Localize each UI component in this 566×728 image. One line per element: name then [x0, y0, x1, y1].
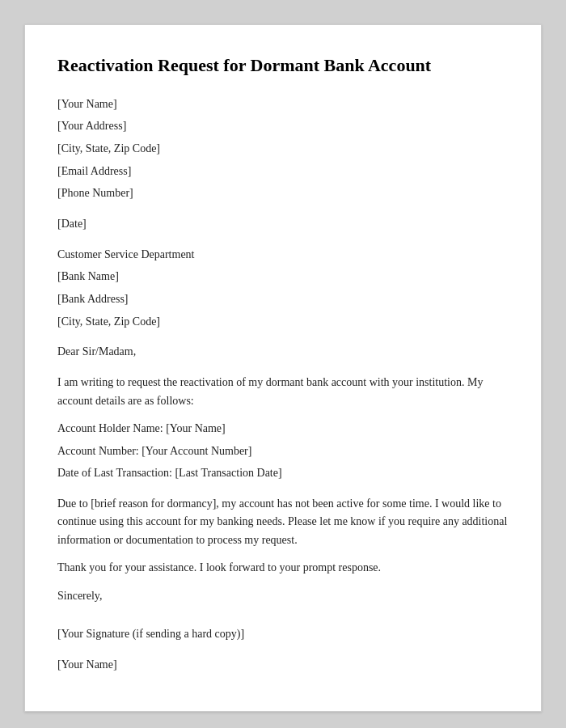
account-number-label: Account Number:: [57, 445, 142, 457]
recipient-department: Customer Service Department: [57, 246, 509, 264]
account-holder-value: [Your Name]: [166, 422, 226, 434]
recipient-bank-address: [Bank Address]: [57, 290, 509, 308]
sender-address: [Your Address]: [57, 117, 509, 135]
account-number-value: [Your Account Number]: [142, 445, 251, 457]
salutation: Dear Sir/Madam,: [57, 343, 509, 361]
letter-date: [Date]: [57, 215, 509, 233]
sender-name: [Your Name]: [57, 95, 509, 113]
body-paragraph: Due to [brief reason for dormancy], my a…: [57, 495, 509, 549]
account-number-line: Account Number: [Your Account Number]: [57, 442, 509, 460]
sender-email: [Email Address]: [57, 163, 509, 180]
recipient-block: Customer Service Department [Bank Name] …: [57, 246, 509, 331]
document-title: Reactivation Request for Dormant Bank Ac…: [57, 54, 509, 78]
closing-paragraph: Thank you for your assistance. I look fo…: [57, 559, 509, 577]
last-transaction-line: Date of Last Transaction: [Last Transact…: [57, 464, 509, 482]
last-transaction-value: [Last Transaction Date]: [175, 467, 281, 479]
last-transaction-label: Date of Last Transaction:: [57, 467, 175, 479]
account-holder-line: Account Holder Name: [Your Name]: [57, 420, 509, 438]
signature-line: [Your Signature (if sending a hard copy)…: [57, 625, 509, 643]
sender-address-block: [Your Name] [Your Address] [City, State,…: [57, 95, 509, 202]
recipient-bank-name: [Bank Name]: [57, 268, 509, 286]
account-holder-label: Account Holder Name:: [57, 422, 166, 434]
sign-off: Sincerely,: [57, 587, 509, 605]
intro-paragraph: I am writing to request the reactivation…: [57, 374, 509, 410]
signer-name: [Your Name]: [57, 656, 509, 674]
recipient-bank-city-state-zip: [City, State, Zip Code]: [57, 313, 509, 331]
document-container: Reactivation Request for Dormant Bank Ac…: [24, 24, 542, 712]
sender-city-state-zip: [City, State, Zip Code]: [57, 140, 509, 158]
sender-phone: [Phone Number]: [57, 184, 509, 202]
